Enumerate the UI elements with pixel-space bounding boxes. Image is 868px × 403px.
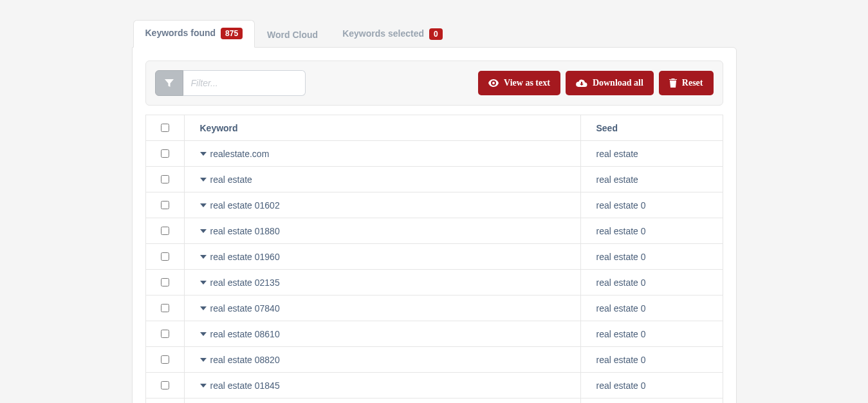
- caret-down-icon: [200, 229, 207, 233]
- keyword-text: real estate 08820: [210, 355, 280, 365]
- seed-text: real estate 0: [596, 303, 646, 314]
- caret-down-icon: [200, 358, 207, 362]
- select-all-checkbox[interactable]: [161, 124, 169, 132]
- tab-keywords-found-label: Keywords found: [145, 28, 216, 38]
- row-checkbox[interactable]: [161, 355, 169, 364]
- caret-down-icon: [200, 178, 207, 182]
- keyword-cell[interactable]: real estate: [185, 167, 581, 192]
- download-all-label: Download all: [593, 78, 643, 88]
- keyword-cell[interactable]: real estate 08610: [185, 321, 581, 346]
- keywords-table: Keyword Seed realestate.comreal estatere…: [145, 115, 723, 403]
- eye-icon: [488, 79, 499, 87]
- table-row: real estate 01602real estate 0: [146, 192, 723, 218]
- keyword-cell[interactable]: realestate.com: [185, 141, 581, 166]
- seed-text: real estate: [596, 174, 638, 185]
- row-checkbox[interactable]: [161, 175, 169, 183]
- header-seed-label: Seed: [596, 123, 618, 133]
- seed-text: real estate 0: [596, 355, 646, 365]
- keyword-cell[interactable]: real estate 01880: [185, 218, 581, 243]
- table-row: real estate 08610real estate 0: [146, 321, 723, 347]
- toolbar: View as text Download all Reset: [145, 61, 723, 106]
- seed-text: real estate 0: [596, 329, 646, 339]
- trash-icon: [669, 79, 677, 88]
- caret-down-icon: [200, 281, 207, 285]
- table-row: real estate 01960real estate 0: [146, 244, 723, 270]
- reset-button[interactable]: Reset: [659, 71, 714, 95]
- table-row: real estate 01880real estate 0: [146, 218, 723, 244]
- seed-text: real estate 0: [596, 252, 646, 262]
- view-as-text-label: View as text: [504, 78, 550, 88]
- keyword-cell[interactable]: real estate 07840: [185, 295, 581, 321]
- table-row: real estate 01845real estate 0: [146, 373, 723, 398]
- seed-text: real estate: [596, 149, 638, 159]
- keyword-text: real estate 01602: [210, 200, 280, 211]
- row-checkbox[interactable]: [161, 227, 169, 235]
- filter-button[interactable]: [155, 70, 183, 96]
- keyword-text: real estate: [210, 174, 252, 185]
- filter-input[interactable]: [183, 70, 306, 96]
- table-row: real estate 06067real estate 0: [146, 398, 723, 403]
- caret-down-icon: [200, 255, 207, 259]
- keyword-text: real estate 02135: [210, 277, 280, 288]
- seed-text: real estate 0: [596, 380, 646, 391]
- row-checkbox[interactable]: [161, 201, 169, 209]
- funnel-icon: [164, 78, 174, 88]
- row-checkbox[interactable]: [161, 278, 169, 286]
- tab-keywords-selected[interactable]: Keywords selected 0: [330, 21, 454, 48]
- download-all-button[interactable]: Download all: [566, 71, 654, 95]
- keyword-text: real estate 07840: [210, 303, 280, 314]
- keyword-cell[interactable]: real estate 02135: [185, 270, 581, 295]
- caret-down-icon: [200, 384, 207, 388]
- keywords-found-count-badge: 875: [221, 28, 243, 39]
- tab-word-cloud[interactable]: Word Cloud: [255, 22, 330, 48]
- row-checkbox[interactable]: [161, 304, 169, 312]
- table-row: real estatereal estate: [146, 167, 723, 192]
- keyword-cell[interactable]: real estate 08820: [185, 347, 581, 372]
- table-row: real estate 02135real estate 0: [146, 270, 723, 295]
- tab-keywords-found[interactable]: Keywords found 875: [133, 20, 255, 48]
- filter-group: [155, 70, 306, 96]
- table-header-row: Keyword Seed: [146, 115, 723, 141]
- keyword-cell[interactable]: real estate 01845: [185, 373, 581, 398]
- cloud-download-icon: [576, 79, 587, 88]
- row-checkbox[interactable]: [161, 381, 169, 389]
- table-row: real estate 07840real estate 0: [146, 295, 723, 321]
- keyword-text: real estate 08610: [210, 329, 280, 339]
- keyword-text: real estate 01880: [210, 226, 280, 236]
- keyword-text: realestate.com: [210, 149, 270, 159]
- keyword-cell[interactable]: real estate 06067: [185, 398, 581, 403]
- keyword-text: real estate 01960: [210, 252, 280, 262]
- table-row: realestate.comreal estate: [146, 141, 723, 167]
- seed-text: real estate 0: [596, 226, 646, 236]
- seed-text: real estate 0: [596, 200, 646, 211]
- row-checkbox[interactable]: [161, 149, 169, 158]
- header-keyword-label: Keyword: [200, 123, 238, 133]
- main-panel: View as text Download all Reset: [132, 47, 737, 403]
- keyword-text: real estate 01845: [210, 380, 280, 391]
- keyword-cell[interactable]: real estate 01960: [185, 244, 581, 269]
- table-row: real estate 08820real estate 0: [146, 347, 723, 373]
- tab-bar: Keywords found 875 Word Cloud Keywords s…: [132, 19, 737, 47]
- keywords-selected-count-badge: 0: [429, 28, 443, 40]
- caret-down-icon: [200, 306, 207, 310]
- seed-text: real estate 0: [596, 277, 646, 288]
- caret-down-icon: [200, 332, 207, 336]
- view-as-text-button[interactable]: View as text: [478, 71, 560, 95]
- tab-keywords-selected-label: Keywords selected: [342, 28, 424, 39]
- keyword-cell[interactable]: real estate 01602: [185, 192, 581, 218]
- caret-down-icon: [200, 152, 207, 156]
- reset-label: Reset: [682, 78, 703, 88]
- row-checkbox[interactable]: [161, 330, 169, 338]
- tab-word-cloud-label: Word Cloud: [267, 30, 318, 40]
- row-checkbox[interactable]: [161, 252, 169, 261]
- caret-down-icon: [200, 203, 207, 207]
